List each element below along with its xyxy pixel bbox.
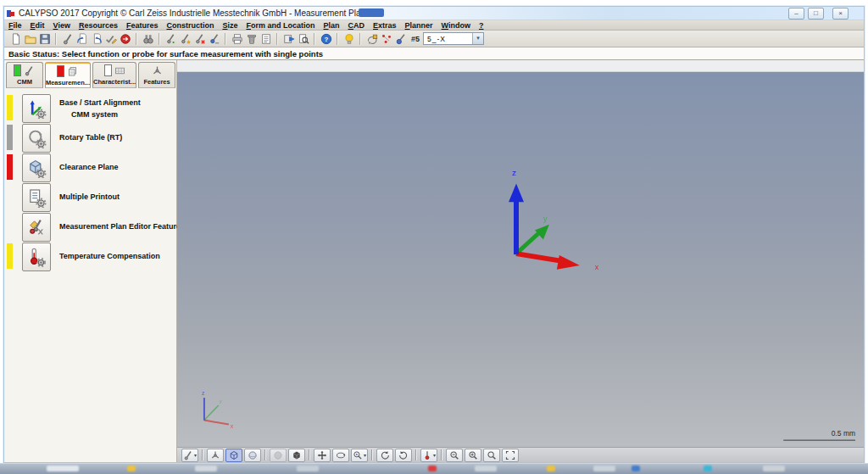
dropdown-caret-icon[interactable]: ▾ — [364, 452, 366, 458]
help-icon: ? — [320, 33, 332, 45]
rotate-button[interactable] — [332, 449, 349, 462]
protocol-button[interactable] — [259, 32, 273, 46]
view-sphere-button[interactable] — [244, 449, 261, 462]
taskbar-item — [47, 466, 79, 471]
tab-cmm[interactable]: CMM — [6, 62, 43, 88]
tab-measuremen[interactable]: Measuremen... — [45, 62, 91, 88]
viewbar-separator — [415, 449, 417, 460]
print-button[interactable] — [230, 32, 244, 46]
save-button[interactable] — [37, 32, 52, 46]
title-bar[interactable]: CALYPSO 2017 Copyright © Carl Zeiss Indu… — [4, 7, 864, 20]
fit-view-button[interactable] — [502, 449, 519, 462]
cad-rotate-button[interactable] — [364, 32, 379, 46]
zoom-in-icon — [468, 450, 478, 460]
printout-icon[interactable] — [22, 183, 51, 212]
svg-text:y: y — [220, 399, 222, 404]
thermometer-icon[interactable] — [22, 243, 51, 271]
main-toolbar: ? #5 5_-X ▾ — [4, 31, 864, 47]
menu-extras[interactable]: Extras — [373, 21, 397, 30]
stylus-icon — [24, 65, 35, 76]
menu-planner[interactable]: Planner — [405, 21, 433, 30]
close-button[interactable]: × — [832, 8, 849, 20]
zoom-window-button[interactable] — [483, 449, 500, 462]
preview-button[interactable] — [296, 32, 310, 46]
find-button[interactable] — [141, 32, 155, 46]
abort-button[interactable] — [118, 32, 132, 46]
probe-edit-button[interactable] — [192, 32, 207, 46]
zoom-out-button[interactable] — [446, 449, 463, 462]
probe-sphere-button[interactable] — [393, 32, 408, 46]
rotate-icon — [336, 450, 346, 460]
probe-clear-button[interactable] — [207, 32, 221, 46]
menu-construction[interactable]: Construction — [166, 21, 214, 30]
new-button[interactable] — [8, 32, 23, 46]
editor-icon[interactable] — [22, 213, 51, 242]
sidebar-item-measurement-plan-editor-features[interactable]: Measurement Plan Editor Features — [4, 212, 176, 242]
zoom-in-button[interactable] — [465, 449, 481, 462]
probe-display-button[interactable]: ▾ — [181, 449, 198, 462]
combo-dropdown-icon[interactable]: ▾ — [472, 33, 483, 44]
menu-features[interactable]: Features — [126, 21, 159, 30]
page-redo-icon — [91, 33, 103, 45]
open-button[interactable] — [23, 32, 37, 46]
probe-change-button[interactable] — [164, 32, 178, 46]
menu-cad[interactable]: CAD — [348, 21, 365, 30]
help-button[interactable]: ? — [319, 32, 333, 46]
menu-view[interactable]: View — [53, 21, 70, 30]
pan-button[interactable] — [314, 449, 331, 462]
view-cad-button[interactable] — [225, 449, 242, 462]
menu-plan[interactable]: Plan — [324, 21, 340, 30]
view-features-button[interactable] — [207, 449, 224, 462]
menu-edit[interactable]: Edit — [31, 21, 45, 30]
alignment-select-button[interactable]: ▾ — [420, 449, 437, 462]
sidebar-item-multiple-printout[interactable]: Multiple Printout — [4, 182, 176, 212]
dropdown-caret-icon[interactable]: ▾ — [194, 452, 197, 458]
toolbar-separator — [314, 33, 315, 45]
tab-features[interactable]: Features — [138, 62, 175, 88]
delete-button[interactable] — [244, 32, 259, 46]
cad-rotate-icon — [366, 33, 378, 45]
menu-resources[interactable]: Resources — [79, 21, 118, 30]
alignment-icon[interactable] — [22, 94, 51, 123]
measure-points-button[interactable] — [379, 32, 393, 46]
sidebar-item-rotary-table-rt[interactable]: Rotary Table (RT) — [4, 123, 176, 153]
redo-button[interactable] — [89, 32, 103, 46]
clearance-icon[interactable] — [22, 153, 51, 182]
run-button[interactable] — [281, 32, 296, 46]
menu-window[interactable]: Window — [442, 21, 470, 30]
minimize-button[interactable]: – — [788, 8, 804, 20]
accept-button[interactable] — [103, 32, 118, 46]
rotate-ccw-icon — [398, 450, 409, 460]
run-icon — [283, 33, 295, 45]
fit-icon — [505, 450, 515, 460]
zoom-dynamic-button[interactable]: ▾ — [351, 449, 368, 462]
probe-combo[interactable]: 5_-X ▾ — [423, 32, 484, 45]
view-solid-button[interactable] — [288, 449, 305, 462]
probe-number-label: #5 — [411, 35, 420, 43]
sidebar-item-base-start-alignment[interactable]: Base / Start AlignmentCMM system — [4, 93, 176, 123]
menu-form-and-location[interactable]: Form and Location — [246, 21, 314, 30]
view-shaded-button[interactable] — [270, 449, 287, 462]
rotary-icon[interactable] — [22, 124, 51, 153]
menu-file[interactable]: File — [8, 21, 22, 30]
dropdown-caret-icon[interactable]: ▾ — [433, 452, 436, 458]
tab-characterist[interactable]: Characterist... — [92, 62, 136, 88]
probe-qualify-button[interactable] — [178, 32, 192, 46]
rotate-ccw-button[interactable] — [395, 449, 412, 462]
page-undo-icon — [76, 33, 88, 45]
menu-?[interactable]: ? — [479, 21, 484, 30]
undo-button[interactable] — [75, 32, 89, 46]
taskbar-item — [127, 466, 136, 471]
stylus-button[interactable] — [60, 32, 75, 46]
sidebar-item-clearance-plane[interactable]: Clearance Plane — [4, 153, 176, 182]
sidebar-item-temperature-compensation[interactable]: Temperature Compensation — [4, 242, 176, 271]
restore-button[interactable]: □ — [808, 8, 824, 20]
cad-viewport[interactable]: z y x z y x 0.5 mm — [177, 72, 864, 447]
svg-text:?: ? — [324, 35, 328, 42]
item-sublabel[interactable]: CMM system — [71, 110, 141, 119]
menu-size[interactable]: Size — [222, 21, 237, 30]
rotate-cw-button[interactable] — [376, 449, 393, 462]
toolbar-separator — [276, 33, 278, 45]
taskbar[interactable] — [0, 463, 868, 474]
hint-button[interactable] — [342, 32, 356, 46]
